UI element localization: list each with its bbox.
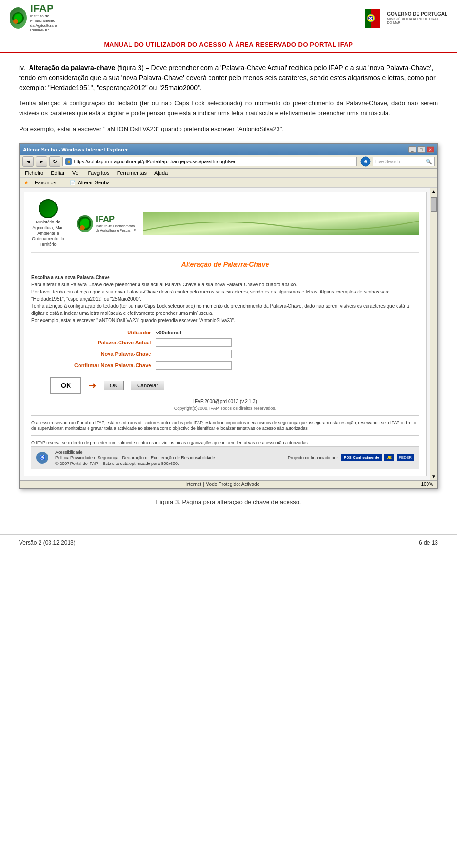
menu-ficheiro[interactable]: Ficheiro <box>24 170 44 176</box>
browser-favorites-bar: ★ Favoritos | 📄 Alterar Senha <box>20 178 437 188</box>
ifap-logo: IFAP Instituto de Financiamento da Agric… <box>10 5 67 31</box>
copyright-text: Copyright(c)2008, IFAP. Todos os direito… <box>31 406 419 411</box>
inner-ifap-circle <box>77 215 93 232</box>
form-buttons: OK ➜ OK Cancelar <box>50 377 419 394</box>
favorites-label[interactable]: Favoritos <box>32 179 59 186</box>
address-url: https://aol.ifap.min-agricultura.pt/pfPo… <box>74 159 236 164</box>
browser-forward-btn[interactable]: ► <box>36 156 47 167</box>
accessibility-icon: ♿ <box>36 452 48 464</box>
svg-point-13 <box>370 17 372 19</box>
label-palavrachave-actual: Palavra-Chave Actual <box>70 340 151 345</box>
scroll-down-btn[interactable]: ▼ <box>430 473 437 480</box>
fav-link-text: Alterar Senha <box>78 180 109 185</box>
ok-big-button[interactable]: OK <box>50 377 81 394</box>
section-iv-bold: Alteração da palavra-chave <box>29 64 115 71</box>
svg-text:e: e <box>364 158 368 165</box>
policy-copyright: © 2007 Portal do IFAP – Este site está o… <box>55 461 215 466</box>
ifap-brand-text: IFAP <box>30 3 67 14</box>
fav-page-icon: 📄 <box>70 180 76 185</box>
cancel-button[interactable]: Cancelar <box>131 381 164 390</box>
address-bar[interactable]: 🔒 https://aol.ifap.min-agricultura.pt/pf… <box>62 157 357 166</box>
pos-logo: POS Conhecimento <box>341 454 382 461</box>
header-right: GOVERNO DE PORTUGAL MINISTÉRIO DA AGRICU… <box>365 9 447 28</box>
input-nova-palavrachave[interactable] <box>156 350 232 358</box>
ifap-sub-text2: da Agricultura e Pescas, IP <box>30 23 67 32</box>
inner-ifap-subtext: Instituto de Financiamentoda Agricultura… <box>96 224 136 232</box>
ministry-label: MINISTÉRIO DA AGRICULTURA E DO MAR <box>387 17 444 25</box>
inner-ministry-text: Ministério da Agricultura, Mar, Ambiente… <box>31 220 65 247</box>
address-icon: 🔒 <box>65 158 72 165</box>
svg-rect-20 <box>143 212 419 235</box>
browser-window-title: Alterar Senha - Windows Internet Explore… <box>23 147 128 152</box>
browser-minimize-btn[interactable]: _ <box>408 146 416 153</box>
scroll-up-btn[interactable]: ▲ <box>430 188 437 195</box>
form-row-nova-palavrachave: Nova Palavra-Chave <box>70 350 380 358</box>
instructions-text: Escolha a sua nova Palavra-Chave Para al… <box>31 274 419 324</box>
browser-close-btn[interactable]: ✕ <box>427 146 434 153</box>
input-confirmar-palavrachave[interactable] <box>156 361 232 370</box>
policy-links-text[interactable]: Política Privacidade e Segurança - Decla… <box>55 455 215 460</box>
ifap-logo-text-block: IFAP Instituto de Financiamento da Agric… <box>30 3 67 32</box>
browser-titlebar: Alterar Senha - Windows Internet Explore… <box>20 144 437 155</box>
search-icon: 🔍 <box>426 159 432 165</box>
browser-back-btn[interactable]: ◄ <box>22 156 34 167</box>
inner-decorative-banner <box>143 212 419 235</box>
menu-ajuda[interactable]: Ajuda <box>153 170 169 176</box>
browser-controls: _ □ ✕ <box>408 146 434 153</box>
ifap-sub-text1: Instituto de Financiamento <box>30 14 67 23</box>
policy-accessibility-label[interactable]: Acessibilidade <box>55 450 215 454</box>
menu-editar[interactable]: Editar <box>50 170 66 176</box>
inner-logo-left: Ministério da Agricultura, Mar, Ambiente… <box>31 199 65 247</box>
inner-page-header: Ministério da Agricultura, Mar, Ambiente… <box>31 199 419 253</box>
instructions-bold-line: Escolha a sua nova Palavra-Chave <box>31 275 110 280</box>
browser-toolbar: ◄ ► ↻ 🔒 https://aol.ifap.min-agricultura… <box>20 155 437 169</box>
title-bar: MANUAL DO UTILIZADOR DO ACESSO À ÁREA RE… <box>0 36 457 53</box>
browser-scrollbar[interactable]: ▲ ▼ <box>430 188 437 480</box>
figure-caption: Figura 3. Página para alteração de chave… <box>19 498 438 505</box>
form-row-confirmar-palavrachave: Confirmar Nova Palavra-Chave <box>70 361 380 370</box>
menu-ferramentas[interactable]: Ferramentas <box>116 170 148 176</box>
header-left: IFAP Instituto de Financiamento da Agric… <box>10 5 67 31</box>
menu-favorgritos[interactable]: Favgritos <box>87 170 110 176</box>
alterar-senha-fav-link[interactable]: 📄 Alterar Senha <box>68 179 112 186</box>
inner-ministry-logo <box>39 199 58 218</box>
svg-point-3 <box>13 19 18 24</box>
footer-ref: IFAP.2008@prd 0013 (v.2.1.3) <box>31 399 419 404</box>
eu-logo: UE <box>384 454 394 461</box>
section-iv-prefix: iv. <box>19 64 25 71</box>
input-palavrachave-actual[interactable] <box>156 338 232 347</box>
cofinanced-label: Projecto co-financiado por: <box>288 455 339 460</box>
bottom-notice-1: O acesso reservado ao Portal do IFAP, es… <box>31 415 419 432</box>
browser-maximize-btn[interactable]: □ <box>417 146 425 153</box>
arrow-icon: ➜ <box>89 380 97 391</box>
inner-page-title: Alteração de Palavra-Chave <box>31 261 419 268</box>
page-footer: Versão 2 (03.12.2013) 6 de 13 <box>0 534 457 551</box>
favorites-separator: | <box>62 180 64 185</box>
search-bar[interactable]: Live Search 🔍 <box>373 157 435 166</box>
ifap-logo-circle <box>10 7 27 29</box>
section-iv-para2: Tenha atenção à configuração do teclado … <box>19 99 438 119</box>
portugal-logo <box>365 9 380 28</box>
browser-refresh-btn[interactable]: ↻ <box>49 156 60 167</box>
browser-zone-text: Internet | Modo Protegido: Activado <box>185 482 259 487</box>
browser-content-wrapper: Ministério da Agricultura, Mar, Ambiente… <box>20 188 437 480</box>
section-iv-heading: iv. Alteração da palavra-chave (figura 3… <box>19 63 438 93</box>
browser-menu-bar: Ficheiro Editar Ver Favgritos Ferramenta… <box>20 169 437 178</box>
menu-ver[interactable]: Ver <box>71 170 81 176</box>
feder-logo: FEDER <box>397 454 414 461</box>
policy-bar: ♿ Acessibilidade Política Privacidade e … <box>31 446 419 469</box>
browser-status-bar: Internet | Modo Protegido: Activado 100% <box>20 480 437 488</box>
ok-small-button[interactable]: OK <box>104 381 124 390</box>
footer-version: Versão 2 (03.12.2013) <box>19 539 76 546</box>
search-placeholder: Live Search <box>375 159 400 164</box>
scroll-thumb[interactable] <box>431 197 437 212</box>
portugal-label: GOVERNO DE PORTUGAL <box>387 11 447 17</box>
favorites-star-icon: ★ <box>24 180 29 186</box>
browser-content: Ministério da Agricultura, Mar, Ambiente… <box>20 188 430 480</box>
cofinanced-area: Projecto co-financiado por: POS Conhecim… <box>288 454 414 461</box>
page-header: IFAP Instituto de Financiamento da Agric… <box>0 0 457 36</box>
form-row-palavrachave-actual: Palavra-Chave Actual <box>70 338 380 347</box>
main-content: iv. Alteração da palavra-chave (figura 3… <box>0 53 457 525</box>
inner-ifap-brand: IFAP <box>96 214 136 224</box>
bottom-notice-2: O IFAP reserva-se o direito de proceder … <box>31 435 419 446</box>
